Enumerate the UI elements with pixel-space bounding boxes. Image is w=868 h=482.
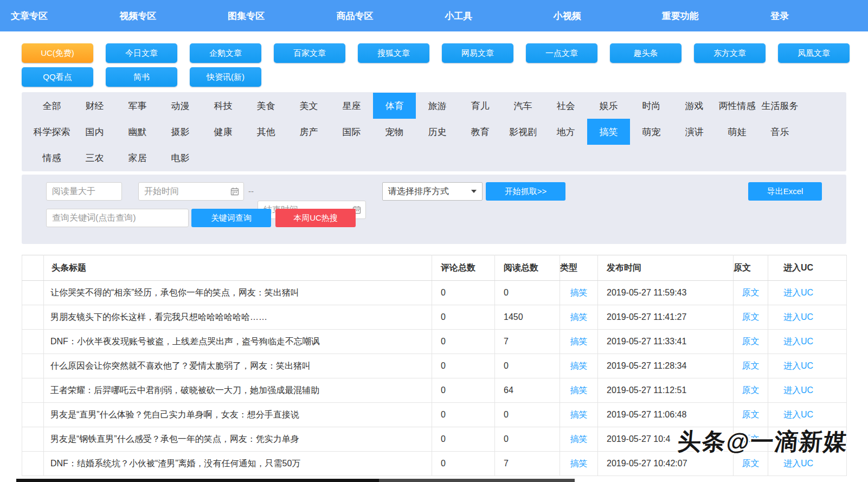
category-tab[interactable]: 两性情感 [716,93,758,119]
source-button[interactable]: QQ看点 [22,67,93,87]
nav-item[interactable]: 文章专区 [0,10,108,22]
category-tab[interactable]: 三农 [73,145,116,171]
category-tab[interactable]: 地方 [544,119,587,145]
type-link[interactable]: 搞笑 [570,385,588,395]
row-select-cell[interactable] [22,305,44,330]
source-button[interactable]: 百家文章 [274,43,345,63]
category-tab[interactable]: 育儿 [459,93,501,119]
row-select-cell[interactable] [22,354,44,378]
category-tab[interactable]: 旅游 [416,93,459,119]
enter-uc-link[interactable]: 进入UC [783,337,813,346]
category-tab[interactable]: 游戏 [673,93,716,119]
row-select-cell[interactable] [22,378,44,403]
category-tab[interactable]: 时尚 [630,93,673,119]
row-select-cell[interactable] [22,330,44,354]
source-button[interactable]: 快资讯(新) [190,67,261,87]
type-link[interactable]: 搞笑 [570,312,588,322]
row-select-cell[interactable] [22,427,44,452]
source-button[interactable]: 网易文章 [442,43,513,63]
category-tab[interactable]: 摄影 [159,119,202,145]
category-tab[interactable]: 科技 [202,93,245,119]
enter-uc-link[interactable]: 进入UC [783,312,813,322]
enter-uc-link[interactable]: 进入UC [783,361,813,370]
source-button[interactable]: 今日文章 [106,43,177,63]
category-tab[interactable]: 国际 [330,119,373,145]
category-tab[interactable]: 萌娃 [716,119,758,145]
category-tab[interactable]: 星座 [330,93,373,119]
category-tab[interactable]: 影视剧 [501,119,544,145]
category-tab[interactable]: 搞笑 [587,119,630,145]
nav-item[interactable]: 小工具 [434,10,543,22]
enter-uc-link[interactable]: 进入UC [783,385,813,395]
min-reads-input[interactable] [46,182,122,201]
category-tab[interactable]: 娱乐 [587,93,630,119]
nav-item[interactable]: 小视频 [543,10,651,22]
source-button[interactable]: 一点文章 [526,43,597,63]
category-tab[interactable]: 体育 [373,93,416,119]
start-time-input[interactable] [138,182,244,201]
type-link[interactable]: 搞笑 [570,410,588,419]
category-tab[interactable]: 情感 [30,145,73,171]
keyword-search-input[interactable] [46,209,189,227]
source-button[interactable]: 东方文章 [694,43,766,63]
source-button[interactable]: 趣头条 [610,43,681,63]
category-tab[interactable]: 财经 [73,93,116,119]
type-link[interactable]: 搞笑 [570,337,588,346]
nav-item[interactable]: 视频专区 [108,10,217,22]
category-tab[interactable]: 音乐 [758,119,801,145]
category-tab[interactable]: 宠物 [373,119,416,145]
category-tab[interactable]: 历史 [416,119,459,145]
nav-item[interactable]: 商品专区 [325,10,434,22]
keyword-query-button[interactable]: 关键词查询 [191,209,271,227]
type-link[interactable]: 搞笑 [570,361,588,370]
source-link[interactable]: 原文 [742,361,760,370]
category-tab[interactable]: 社会 [544,93,587,119]
source-button[interactable]: 简书 [106,67,177,87]
category-tab[interactable]: 生活服务 [758,93,801,119]
category-tab[interactable]: 全部 [30,93,73,119]
category-tab[interactable]: 科学探索 [30,119,73,145]
category-tab[interactable]: 演讲 [673,119,716,145]
select-all-cell[interactable] [22,255,44,281]
source-link[interactable]: 原文 [742,312,760,322]
nav-item[interactable]: 重要功能 [651,10,760,22]
category-tab[interactable]: 汽车 [501,93,544,119]
row-select-cell[interactable] [22,452,44,476]
nav-item[interactable]: 图集专区 [217,10,325,22]
category-tab[interactable]: 国内 [73,119,116,145]
source-button[interactable]: 凤凰文章 [778,43,850,63]
category-tab[interactable]: 萌宠 [630,119,673,145]
source-link[interactable]: 原文 [742,410,760,419]
category-tab[interactable]: 美文 [287,93,330,119]
type-link[interactable]: 搞笑 [570,288,588,297]
category-tab[interactable]: 教育 [459,119,501,145]
enter-uc-link[interactable]: 进入UC [783,288,813,297]
category-tab[interactable]: 动漫 [159,93,202,119]
source-link[interactable]: 原文 [742,288,760,297]
source-link[interactable]: 原文 [742,385,760,395]
source-button[interactable]: 企鹅文章 [190,43,261,63]
enter-uc-link[interactable]: 进入UC [783,410,813,419]
start-grab-button[interactable]: 开始抓取>> [486,182,565,201]
export-excel-button[interactable]: 导出Excel [748,182,822,201]
category-tab[interactable]: 其他 [245,119,287,145]
category-tab[interactable]: 房产 [287,119,330,145]
source-button[interactable]: 搜狐文章 [358,43,429,63]
nav-item[interactable]: 登录 [760,10,868,22]
source-button[interactable]: UC(免费) [22,43,93,63]
enter-uc-link[interactable]: 进入UC [783,459,813,468]
row-select-cell[interactable] [22,403,44,427]
row-select-cell[interactable] [22,281,44,305]
category-tab[interactable]: 幽默 [116,119,159,145]
sort-select[interactable]: 请选择排序方式 [382,182,483,201]
weekly-uc-hot-button[interactable]: 本周UC热搜 [275,209,356,227]
source-link[interactable]: 原文 [742,337,760,346]
category-tab[interactable]: 美食 [245,93,287,119]
source-link[interactable]: 原文 [742,459,760,468]
type-link[interactable]: 搞笑 [570,434,588,444]
category-tab[interactable]: 电影 [159,145,202,171]
type-link[interactable]: 搞笑 [570,459,588,468]
category-tab[interactable]: 健康 [202,119,245,145]
category-tab[interactable]: 家居 [116,145,159,171]
category-tab[interactable]: 军事 [116,93,159,119]
